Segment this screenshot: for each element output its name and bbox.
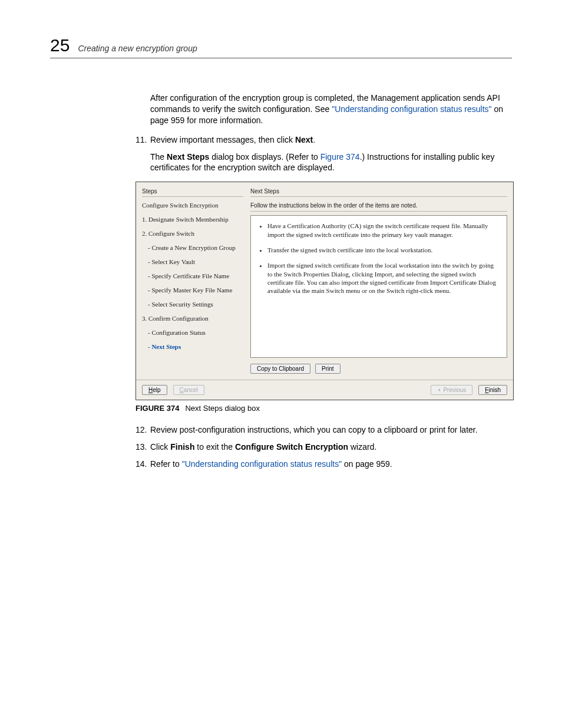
chapter-title: Creating a new encryption group	[78, 44, 197, 53]
dialog-footer: Help Cancel Previous Finish	[136, 380, 513, 400]
sub-b1: Next Steps	[167, 152, 209, 162]
step-sub: - Configuration Status	[148, 329, 243, 336]
steps-pane: Steps Configure Switch Encryption 1. Des…	[136, 182, 248, 380]
step-text: Review important messages, then click	[150, 135, 295, 144]
instruction-head: Follow the instructions below in the ord…	[250, 202, 507, 212]
figure-label: FIGURE 374	[135, 404, 179, 413]
step-11-sub: The Next Steps dialog box displays. (Ref…	[150, 151, 512, 174]
chapter-number: 25	[50, 35, 70, 55]
instr-bullet: Have a Certification Authority (CA) sign…	[267, 222, 498, 239]
sub-t2: dialog box displays. (Refer to	[209, 152, 320, 162]
step-11: 11. Review important messages, then clic…	[135, 134, 512, 146]
right-heading: Next Steps	[250, 188, 507, 197]
t: to exit the	[194, 442, 234, 452]
dialog-screenshot: Steps Configure Switch Encryption 1. Des…	[135, 182, 512, 400]
step-number: 12.	[135, 424, 150, 436]
step-bold: Next	[295, 135, 313, 144]
t: Refer to	[150, 459, 182, 469]
step-sub: - Select Key Vault	[148, 258, 243, 265]
steps-title: Configure Switch Encryption	[142, 202, 243, 209]
step-tail: .	[313, 135, 315, 144]
finish-button[interactable]: Finish	[478, 385, 507, 395]
step-number: 11.	[135, 134, 150, 146]
previous-label: Previous	[443, 387, 466, 393]
intro-paragraph: After configuration of the encryption gr…	[150, 93, 512, 126]
b: Finish	[170, 442, 194, 452]
step-sub: - Specify Master Key File Name	[148, 286, 243, 294]
step-13: 13. Click Finish to exit the Configure S…	[135, 442, 512, 453]
instr-bullet: Import the signed switch certificate fro…	[267, 261, 498, 295]
step-sub: - Create a New Encryption Group	[148, 244, 243, 251]
intro-link[interactable]: "Understanding configuration status resu…	[332, 104, 491, 114]
step-text: Review post-configuration instructions, …	[150, 424, 512, 436]
step-12: 12. Review post-configuration instructio…	[135, 424, 512, 436]
previous-button: Previous	[431, 385, 472, 395]
print-button[interactable]: Print	[315, 364, 340, 374]
t: on page 959.	[342, 459, 392, 469]
steps-heading: Steps	[142, 188, 243, 197]
step-sub: - Select Security Settings	[148, 301, 243, 308]
t: Click	[150, 442, 170, 452]
sub-t1: The	[150, 152, 167, 162]
step-item: 2. Configure Switch	[142, 230, 243, 237]
step-sub-current: - Next Steps	[148, 343, 243, 350]
instr-bullet: Transfer the signed switch certificate i…	[267, 246, 498, 254]
copy-button[interactable]: Copy to Clipboard	[250, 364, 310, 374]
cancel-button: Cancel	[173, 385, 204, 395]
step-item: 1. Designate Switch Membership	[142, 216, 243, 223]
instruction-box: Have a Certification Authority (CA) sign…	[250, 215, 507, 358]
b: Configure Switch Encryption	[235, 442, 348, 452]
page: 25 Creating a new encryption group After…	[0, 0, 562, 728]
results-link[interactable]: "Understanding configuration status resu…	[182, 459, 342, 469]
right-pane: Next Steps Follow the instructions below…	[248, 182, 513, 380]
help-button[interactable]: Help	[142, 385, 167, 395]
figure-caption: FIGURE 374Next Steps dialog box	[135, 404, 512, 413]
figure-link[interactable]: Figure 374	[320, 152, 360, 162]
step-14: 14. Refer to "Understanding configuratio…	[135, 459, 512, 470]
step-item: 3. Confirm Configuration	[142, 315, 243, 322]
page-header: 25 Creating a new encryption group	[50, 35, 512, 58]
next-steps-dialog: Steps Configure Switch Encryption 1. Des…	[135, 182, 514, 400]
step-sub: - Specify Certificate File Name	[148, 272, 243, 279]
svg-marker-0	[438, 388, 441, 392]
left-arrow-icon	[437, 388, 441, 392]
t: wizard.	[348, 442, 376, 452]
step-number: 14.	[135, 459, 150, 470]
figure-text: Next Steps dialog box	[185, 404, 259, 413]
step-number: 13.	[135, 442, 150, 453]
